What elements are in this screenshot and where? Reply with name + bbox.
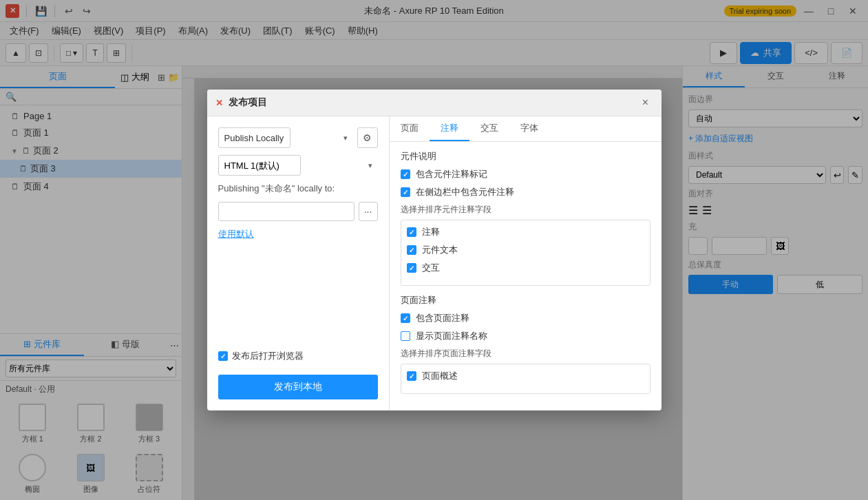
dialog-right-panel: 页面 注释 交互 字体 元件说明 包含元件注释标记 在侧边栏中包含元件注: [390, 116, 661, 410]
show-page-note-names-row: 显示页面注释名称: [401, 330, 650, 342]
show-page-note-names-checkbox[interactable]: [401, 331, 410, 341]
publish-dialog: ✕ 发布项目 × Publish Locally ⚙: [207, 90, 661, 410]
widget-annotation-list: 注释 元件文本 交互: [401, 220, 650, 286]
publish-path-row: C:\Users\12427\Documents\Axur ···: [218, 202, 378, 221]
include-widget-notes-label: 包含元件注释标记: [416, 168, 487, 180]
include-widget-notes-row: 包含元件注释标记: [401, 168, 650, 180]
annotation-item-0: 注释: [407, 226, 644, 238]
settings-icon-button[interactable]: ⚙: [357, 127, 378, 148]
page-annotation-checkbox-0[interactable]: [407, 371, 416, 381]
annotation-label-0: 注释: [422, 226, 440, 238]
include-in-sidebar-row: 在侧边栏中包含元件注释: [401, 186, 650, 198]
open-browser-label: 发布后打开浏览器: [232, 350, 304, 362]
include-page-notes-row: 包含页面注释: [401, 312, 650, 324]
annotation-item-1: 元件文本: [407, 244, 644, 256]
dialog-tab-font[interactable]: 字体: [509, 116, 549, 141]
html-format-wrapper: HTML 1(默认): [218, 155, 378, 176]
dialog-tab-pages[interactable]: 页面: [390, 116, 430, 141]
include-in-sidebar-checkbox[interactable]: [401, 187, 410, 197]
open-browser-row: 发布后打开浏览器: [218, 350, 378, 362]
publish-type-row: Publish Locally ⚙: [218, 127, 378, 148]
dialog-close-button[interactable]: ×: [638, 95, 653, 110]
annotation-checkbox-0[interactable]: [407, 227, 416, 237]
use-default-link[interactable]: 使用默认: [218, 228, 378, 240]
publish-path-input[interactable]: C:\Users\12427\Documents\Axur: [218, 202, 354, 221]
select-sort-page-label: 选择并排序页面注释字段: [401, 348, 650, 360]
annotation-label-2: 交互: [422, 262, 440, 274]
publishing-label: Publishing "未命名" locally to:: [218, 183, 378, 195]
select-sort-widget-label: 选择并排序元件注释字段: [401, 204, 650, 216]
dialog-overlay: ✕ 发布项目 × Publish Locally ⚙: [0, 0, 868, 500]
include-page-notes-label: 包含页面注释: [416, 312, 469, 324]
dialog-right-tabs: 页面 注释 交互 字体: [390, 116, 661, 142]
open-browser-checkbox[interactable]: [218, 351, 228, 361]
publish-type-select[interactable]: Publish Locally: [218, 127, 290, 148]
dialog-title: 发布项目: [229, 96, 267, 109]
dialog-tab-interaction[interactable]: 交互: [469, 116, 509, 141]
publish-button[interactable]: 发布到本地: [218, 375, 378, 399]
annotation-item-2: 交互: [407, 262, 644, 274]
dialog-logo-icon: ✕: [215, 98, 223, 108]
dialog-tab-annotation[interactable]: 注释: [430, 116, 469, 141]
html-format-select[interactable]: HTML 1(默认): [218, 155, 301, 176]
dialog-title-bar: ✕ 发布项目 ×: [207, 90, 661, 116]
include-widget-notes-checkbox[interactable]: [401, 169, 410, 179]
annotation-checkbox-1[interactable]: [407, 245, 416, 255]
annotation-label-1: 元件文本: [422, 244, 458, 256]
publish-type-wrapper: Publish Locally: [218, 127, 353, 148]
dialog-left-panel: Publish Locally ⚙ HTML 1(默认) Publishing …: [207, 116, 390, 410]
dialog-body: Publish Locally ⚙ HTML 1(默认) Publishing …: [207, 116, 661, 410]
widget-notes-title: 元件说明: [401, 150, 650, 163]
page-annotation-label-0: 页面概述: [422, 370, 458, 382]
dialog-annotation-content: 元件说明 包含元件注释标记 在侧边栏中包含元件注释 选择并排序元件注释字段 注: [390, 142, 661, 410]
include-in-sidebar-label: 在侧边栏中包含元件注释: [416, 186, 514, 198]
more-options-button[interactable]: ···: [359, 202, 378, 221]
page-notes-title: 页面注释: [401, 294, 650, 306]
page-annotation-list: 页面概述: [401, 364, 650, 394]
page-annotation-item-0: 页面概述: [407, 370, 644, 382]
annotation-checkbox-2[interactable]: [407, 263, 416, 273]
show-page-note-names-label: 显示页面注释名称: [416, 330, 487, 342]
include-page-notes-checkbox[interactable]: [401, 313, 410, 323]
